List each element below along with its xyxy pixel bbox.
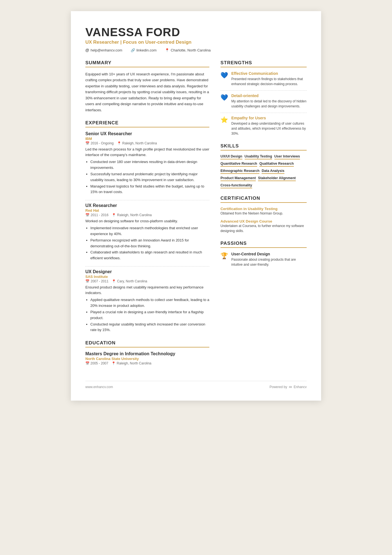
strength-title-2: Detail-oriented	[231, 93, 307, 98]
dates-3: 📅 2007 - 2011	[85, 279, 108, 283]
exp-divider-2	[85, 266, 209, 267]
company-1: IBM	[85, 137, 209, 141]
strength-item-3: ⭐ Empathy for Users Developed a deep und…	[220, 116, 307, 136]
strength-text-1: Presented research findings to stakehold…	[231, 77, 307, 87]
bullet-3-3: Conducted regular usability testing whic…	[90, 322, 209, 333]
certification-heading: CERTIFICATION	[220, 196, 307, 203]
passion-title-1: User-Centred Design	[231, 252, 307, 256]
candidate-name: VANESSA FORD	[85, 26, 307, 39]
enhancv-logo-icon: ∞	[289, 384, 292, 389]
brand-name: Enhancv	[294, 385, 307, 389]
cert-item-2: Advanced UX Design Course Undertaken at …	[220, 219, 307, 233]
footer-website: www.enhancv.com	[85, 385, 113, 389]
skill-4: Qualitative Research	[259, 162, 294, 167]
edu-meta: 📅 2005 - 2007 📍 Raleigh, North Carolina	[85, 361, 209, 365]
candidate-title: UX Researcher | Focus on User-centred De…	[85, 40, 307, 45]
edu-dates: 📅 2005 - 2007	[85, 361, 108, 365]
strength-title-3: Empathy for Users	[231, 116, 307, 120]
pin-icon-2: 📍	[112, 213, 116, 217]
calendar-icon-edu: 📅	[85, 361, 90, 365]
bullet-2-3: Collaborated with stakeholders to align …	[90, 250, 209, 261]
right-column: STRENGTHS 💙 Effective Communication Pres…	[220, 60, 307, 373]
exp-bullets-2: Implemented innovative research methodol…	[85, 225, 209, 261]
skill-2: User Interviews	[274, 154, 300, 159]
passion-item-1: 🏆 User-Centred Design Passionate about c…	[220, 252, 307, 267]
experience-item-2: UX Researcher Red Hat 📅 2011 - 2016 📍 Ra…	[85, 203, 209, 261]
experience-item-1: Senior UX Researcher IBM 📅 2016 - Ongoin…	[85, 131, 209, 195]
strengths-section: STRENGTHS 💙 Effective Communication Pres…	[220, 60, 307, 136]
email-contact: @ help@enhancv.com	[85, 48, 122, 52]
location-icon: 📍	[165, 48, 169, 52]
bullet-2-1: Implemented innovative research methodol…	[90, 225, 209, 237]
bullet-2-2: Performance recognized with an Innovatio…	[90, 238, 209, 249]
pin-icon-edu: 📍	[111, 361, 116, 365]
edu-location: 📍 Raleigh, North Carolina	[111, 361, 151, 365]
strength-icon-3: ⭐	[220, 116, 228, 124]
cert-title-1: Certification in Usability Testing	[220, 207, 307, 211]
job-title-1: Senior UX Researcher	[85, 131, 209, 136]
footer: www.enhancv.com Powered by ∞ Enhancv	[85, 381, 307, 389]
calendar-icon-2: 📅	[85, 213, 90, 217]
passions-heading: PASSIONS	[220, 241, 307, 248]
summary-heading: SUMMARY	[85, 60, 209, 67]
passion-content-1: User-Centred Design Passionate about cre…	[231, 252, 307, 267]
pin-icon-3: 📍	[112, 279, 116, 283]
school-name: North Carolina State University	[85, 357, 209, 361]
cert-item-1: Certification in Usability Testing Obtai…	[220, 207, 307, 216]
powered-by-label: Powered by	[270, 385, 287, 389]
certification-section: CERTIFICATION Certification in Usability…	[220, 196, 307, 233]
exp-desc-3: Ensured product designs met usability re…	[85, 285, 209, 296]
bullet-3-1: Applied qualitative research methods to …	[90, 297, 209, 309]
education-heading: EDUCATION	[85, 340, 209, 347]
skills-grid: UX/UI Design Usability Testing User Inte…	[220, 154, 307, 188]
bullet-1-3: Managed travel logistics for field studi…	[90, 184, 209, 195]
cert-title-2: Advanced UX Design Course	[220, 219, 307, 223]
skill-3: Quantitative Research	[220, 162, 257, 167]
cert-text-1: Obtained from the Nielsen Norman Group.	[220, 211, 307, 216]
skill-8: Stakeholder Alignment	[258, 176, 296, 181]
company-2: Red Hat	[85, 208, 209, 213]
dates-2: 📅 2011 - 2016	[85, 213, 108, 217]
summary-section: SUMMARY Equipped with 10+ years of UX re…	[85, 60, 209, 113]
strength-divider-2	[220, 113, 307, 113]
skill-7: Product Management	[220, 176, 256, 181]
cert-text-2: Undertaken at Coursera, to further enhan…	[220, 223, 307, 233]
experience-section: EXPERIENCE Senior UX Researcher IBM 📅 20…	[85, 120, 209, 333]
location-1: 📍 Raleigh, North Carolina	[117, 141, 157, 145]
company-3: SAS Institute	[85, 275, 209, 279]
calendar-icon-1: 📅	[85, 141, 90, 145]
calendar-icon-3: 📅	[85, 279, 90, 283]
skill-6: Data Analysis	[262, 169, 284, 174]
skill-5: Ethnographic Research	[220, 169, 259, 174]
contact-row: @ help@enhancv.com 🔗 linkedin.com 📍 Char…	[85, 48, 307, 52]
strength-content-1: Effective Communication Presented resear…	[231, 71, 307, 87]
strength-item-1: 💙 Effective Communication Presented rese…	[220, 71, 307, 87]
exp-meta-1: 📅 2016 - Ongoing 📍 Raleigh, North Caroli…	[85, 141, 209, 145]
exp-divider-1	[85, 200, 209, 200]
linkedin-contact: 🔗 linkedin.com	[131, 48, 157, 52]
skill-9: Cross-functionality	[220, 183, 252, 188]
strength-text-2: My attention to detail led to the discov…	[231, 99, 307, 109]
exp-meta-2: 📅 2011 - 2016 📍 Raleigh, North Carolina	[85, 213, 209, 217]
job-title-3: UX Designer	[85, 269, 209, 274]
strength-divider-1	[220, 90, 307, 91]
location-contact: 📍 Charlotte, North Carolina	[165, 48, 211, 52]
skills-heading: SKILLS	[220, 143, 307, 151]
passions-section: PASSIONS 🏆 User-Centred Design Passionat…	[220, 241, 307, 267]
pin-icon-1: 📍	[117, 141, 121, 145]
dates-1: 📅 2016 - Ongoing	[85, 141, 114, 145]
bullet-1-1: Conducted over 180 user interviews resul…	[90, 159, 209, 171]
left-column: SUMMARY Equipped with 10+ years of UX re…	[85, 60, 209, 373]
strength-content-2: Detail-oriented My attention to detail l…	[231, 93, 307, 109]
header-section: VANESSA FORD UX Researcher | Focus on Us…	[85, 26, 307, 52]
at-icon: @	[85, 48, 89, 52]
passion-text-1: Passionate about creating products that …	[231, 257, 307, 267]
location-3: 📍 Cary, North Carolina	[112, 279, 147, 283]
link-icon: 🔗	[131, 48, 135, 52]
skill-1: Usability Testing	[245, 154, 272, 159]
strengths-heading: STRENGTHS	[220, 60, 307, 67]
strength-content-3: Empathy for Users Developed a deep under…	[231, 116, 307, 136]
exp-bullets-1: Conducted over 180 user interviews resul…	[85, 159, 209, 195]
bullet-3-2: Played a crucial role in designing a use…	[90, 309, 209, 321]
summary-text: Equipped with 10+ years of UX research e…	[85, 71, 209, 113]
